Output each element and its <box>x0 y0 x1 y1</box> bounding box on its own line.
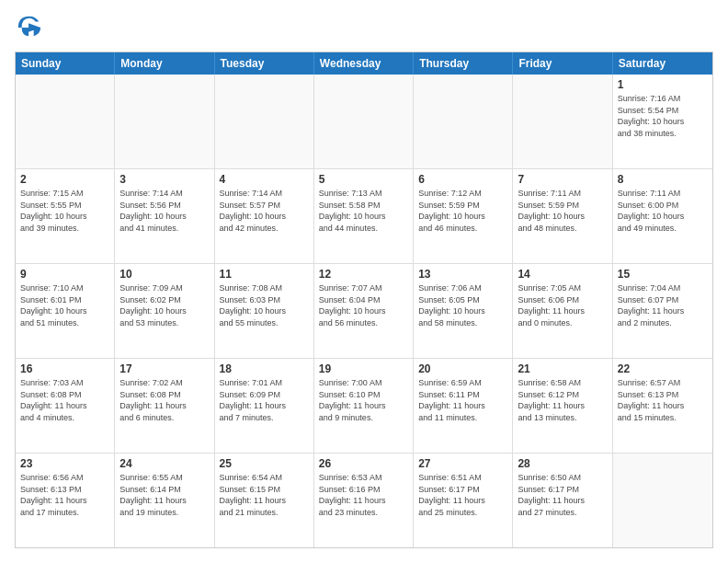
cell-info: Sunrise: 6:53 AM Sunset: 6:16 PM Dayligh… <box>319 472 408 518</box>
day-number: 12 <box>319 268 408 281</box>
calendar-cell: 2Sunrise: 7:15 AM Sunset: 5:55 PM Daylig… <box>16 169 115 263</box>
weekday-header: Wednesday <box>314 52 414 75</box>
cell-info: Sunrise: 7:00 AM Sunset: 6:10 PM Dayligh… <box>319 377 408 423</box>
cell-info: Sunrise: 7:08 AM Sunset: 6:03 PM Dayligh… <box>220 282 309 328</box>
calendar-cell <box>414 75 513 168</box>
cell-info: Sunrise: 6:58 AM Sunset: 6:12 PM Dayligh… <box>518 377 607 423</box>
day-number: 3 <box>119 173 209 186</box>
calendar-cell: 13Sunrise: 7:06 AM Sunset: 6:05 PM Dayli… <box>414 264 513 358</box>
cell-info: Sunrise: 7:01 AM Sunset: 6:09 PM Dayligh… <box>220 377 309 423</box>
calendar-cell: 9Sunrise: 7:10 AM Sunset: 6:01 PM Daylig… <box>16 264 115 358</box>
cell-info: Sunrise: 7:12 AM Sunset: 5:59 PM Dayligh… <box>418 188 507 234</box>
weekday-header: Friday <box>513 52 612 75</box>
calendar-cell: 28Sunrise: 6:50 AM Sunset: 6:17 PM Dayli… <box>513 454 612 547</box>
calendar-cell: 12Sunrise: 7:07 AM Sunset: 6:04 PM Dayli… <box>314 264 414 358</box>
day-number: 22 <box>618 362 708 375</box>
calendar-cell: 18Sunrise: 7:01 AM Sunset: 6:09 PM Dayli… <box>215 359 314 453</box>
day-number: 17 <box>119 362 209 375</box>
cell-info: Sunrise: 7:14 AM Sunset: 5:57 PM Dayligh… <box>220 188 309 234</box>
calendar-cell: 1Sunrise: 7:16 AM Sunset: 5:54 PM Daylig… <box>613 75 712 168</box>
calendar-cell: 4Sunrise: 7:14 AM Sunset: 5:57 PM Daylig… <box>215 169 314 263</box>
day-number: 2 <box>20 173 109 186</box>
day-number: 14 <box>518 268 607 281</box>
day-number: 20 <box>418 362 507 375</box>
cell-info: Sunrise: 7:07 AM Sunset: 6:04 PM Dayligh… <box>319 282 408 328</box>
day-number: 8 <box>618 173 708 186</box>
calendar-cell: 7Sunrise: 7:11 AM Sunset: 5:59 PM Daylig… <box>513 169 612 263</box>
day-number: 16 <box>20 362 109 375</box>
calendar-cell: 24Sunrise: 6:55 AM Sunset: 6:14 PM Dayli… <box>115 454 214 547</box>
day-number: 13 <box>418 268 507 281</box>
calendar-cell: 15Sunrise: 7:04 AM Sunset: 6:07 PM Dayli… <box>613 264 712 358</box>
calendar-cell <box>513 75 612 168</box>
calendar-cell: 20Sunrise: 6:59 AM Sunset: 6:11 PM Dayli… <box>414 359 513 453</box>
calendar-cell <box>16 75 115 168</box>
calendar-header: SundayMondayTuesdayWednesdayThursdayFrid… <box>16 52 712 75</box>
day-number: 19 <box>319 362 408 375</box>
cell-info: Sunrise: 7:03 AM Sunset: 6:08 PM Dayligh… <box>20 377 109 423</box>
calendar-cell: 6Sunrise: 7:12 AM Sunset: 5:59 PM Daylig… <box>414 169 513 263</box>
calendar-cell: 3Sunrise: 7:14 AM Sunset: 5:56 PM Daylig… <box>115 169 214 263</box>
cell-info: Sunrise: 6:51 AM Sunset: 6:17 PM Dayligh… <box>418 472 507 518</box>
calendar-cell: 17Sunrise: 7:02 AM Sunset: 6:08 PM Dayli… <box>115 359 214 453</box>
calendar-cell <box>215 75 314 168</box>
day-number: 7 <box>518 173 607 186</box>
day-number: 5 <box>319 173 408 186</box>
day-number: 26 <box>319 457 408 470</box>
cell-info: Sunrise: 6:56 AM Sunset: 6:13 PM Dayligh… <box>20 472 109 518</box>
day-number: 10 <box>119 268 209 281</box>
day-number: 18 <box>220 362 309 375</box>
cell-info: Sunrise: 7:06 AM Sunset: 6:05 PM Dayligh… <box>418 282 507 328</box>
calendar-cell: 8Sunrise: 7:11 AM Sunset: 6:00 PM Daylig… <box>613 169 712 263</box>
calendar-cell: 23Sunrise: 6:56 AM Sunset: 6:13 PM Dayli… <box>16 454 115 547</box>
cell-info: Sunrise: 7:15 AM Sunset: 5:55 PM Dayligh… <box>20 188 109 234</box>
cell-info: Sunrise: 6:57 AM Sunset: 6:13 PM Dayligh… <box>618 377 708 423</box>
calendar-cell: 14Sunrise: 7:05 AM Sunset: 6:06 PM Dayli… <box>513 264 612 358</box>
calendar-cell: 16Sunrise: 7:03 AM Sunset: 6:08 PM Dayli… <box>16 359 115 453</box>
day-number: 15 <box>618 268 708 281</box>
calendar-body: 1Sunrise: 7:16 AM Sunset: 5:54 PM Daylig… <box>16 75 712 547</box>
calendar-cell: 19Sunrise: 7:00 AM Sunset: 6:10 PM Dayli… <box>314 359 414 453</box>
cell-info: Sunrise: 7:14 AM Sunset: 5:56 PM Dayligh… <box>119 188 209 234</box>
calendar-row: 1Sunrise: 7:16 AM Sunset: 5:54 PM Daylig… <box>16 75 712 169</box>
page: SundayMondayTuesdayWednesdayThursdayFrid… <box>0 0 728 563</box>
day-number: 28 <box>518 457 607 470</box>
cell-info: Sunrise: 7:11 AM Sunset: 6:00 PM Dayligh… <box>618 188 708 234</box>
cell-info: Sunrise: 6:54 AM Sunset: 6:15 PM Dayligh… <box>220 472 309 518</box>
cell-info: Sunrise: 6:59 AM Sunset: 6:11 PM Dayligh… <box>418 377 507 423</box>
calendar-row: 9Sunrise: 7:10 AM Sunset: 6:01 PM Daylig… <box>16 264 712 359</box>
weekday-header: Tuesday <box>215 52 314 75</box>
cell-info: Sunrise: 7:05 AM Sunset: 6:06 PM Dayligh… <box>518 282 607 328</box>
cell-info: Sunrise: 6:50 AM Sunset: 6:17 PM Dayligh… <box>518 472 607 518</box>
day-number: 1 <box>618 78 708 91</box>
header <box>15 15 713 44</box>
calendar-cell <box>115 75 214 168</box>
logo-icon <box>17 15 42 40</box>
cell-info: Sunrise: 7:04 AM Sunset: 6:07 PM Dayligh… <box>618 282 708 328</box>
weekday-header: Thursday <box>414 52 513 75</box>
day-number: 27 <box>418 457 507 470</box>
weekday-header: Sunday <box>16 52 115 75</box>
cell-info: Sunrise: 7:02 AM Sunset: 6:08 PM Dayligh… <box>119 377 209 423</box>
calendar-row: 23Sunrise: 6:56 AM Sunset: 6:13 PM Dayli… <box>16 454 712 547</box>
cell-info: Sunrise: 6:55 AM Sunset: 6:14 PM Dayligh… <box>119 472 209 518</box>
cell-info: Sunrise: 7:16 AM Sunset: 5:54 PM Dayligh… <box>618 93 708 139</box>
cell-info: Sunrise: 7:13 AM Sunset: 5:58 PM Dayligh… <box>319 188 408 234</box>
day-number: 25 <box>220 457 309 470</box>
cell-info: Sunrise: 7:09 AM Sunset: 6:02 PM Dayligh… <box>119 282 209 328</box>
calendar-cell <box>314 75 414 168</box>
weekday-header: Saturday <box>613 52 712 75</box>
calendar: SundayMondayTuesdayWednesdayThursdayFrid… <box>15 52 713 548</box>
calendar-cell: 22Sunrise: 6:57 AM Sunset: 6:13 PM Dayli… <box>613 359 712 453</box>
calendar-cell: 26Sunrise: 6:53 AM Sunset: 6:16 PM Dayli… <box>314 454 414 547</box>
calendar-cell: 11Sunrise: 7:08 AM Sunset: 6:03 PM Dayli… <box>215 264 314 358</box>
day-number: 24 <box>119 457 209 470</box>
day-number: 6 <box>418 173 507 186</box>
day-number: 11 <box>220 268 309 281</box>
calendar-cell: 25Sunrise: 6:54 AM Sunset: 6:15 PM Dayli… <box>215 454 314 547</box>
calendar-cell <box>613 454 712 547</box>
calendar-cell: 27Sunrise: 6:51 AM Sunset: 6:17 PM Dayli… <box>414 454 513 547</box>
day-number: 21 <box>518 362 607 375</box>
day-number: 4 <box>220 173 309 186</box>
cell-info: Sunrise: 7:10 AM Sunset: 6:01 PM Dayligh… <box>20 282 109 328</box>
